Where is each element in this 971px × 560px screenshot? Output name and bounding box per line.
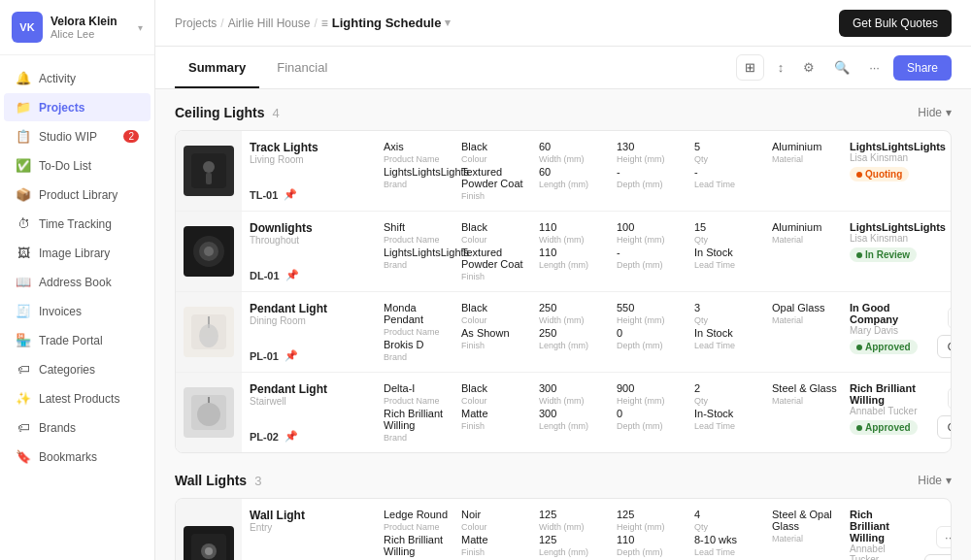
product-name-col: Track Lights Living Room TL-01 📌	[242, 131, 378, 211]
bookmarks-icon: 🔖	[16, 449, 31, 464]
tab-summary[interactable]: Summary	[175, 47, 259, 88]
sidebar-item-studio-wip[interactable]: 📋 Studio WIP 2	[4, 122, 151, 150]
status-badge: Quoting	[850, 167, 909, 181]
product-image	[176, 131, 242, 211]
time-tracking-icon: ⏱	[16, 216, 31, 231]
sidebar-item-image-library[interactable]: 🖼 Image Library	[4, 239, 151, 267]
sidebar-item-label: Time Tracking	[39, 217, 112, 231]
product-image	[176, 292, 242, 372]
product-spec-colour: Black Colour As Shown Finish	[455, 292, 533, 372]
sidebar-item-bookmarks[interactable]: 🔖 Bookmarks	[4, 443, 151, 471]
breadcrumb-projects[interactable]: Projects	[175, 16, 217, 30]
product-location: Throughout	[250, 235, 370, 246]
filter-button[interactable]: ⚙	[797, 55, 820, 80]
more-options-button[interactable]: ···	[863, 55, 886, 80]
sidebar-item-projects[interactable]: 📁 Projects	[4, 93, 151, 121]
sort-button[interactable]: ↕	[772, 55, 790, 80]
ceiling-lights-table: Track Lights Living Room TL-01 📌 Axis Pr…	[175, 130, 952, 453]
svg-rect-2	[206, 173, 212, 184]
sidebar-item-address-book[interactable]: 📖 Address Book	[4, 268, 151, 296]
chevron-up-icon: ▾	[946, 474, 952, 487]
sidebar-item-label: To-Do List	[39, 159, 91, 173]
quote-button[interactable]: Quote	[937, 415, 952, 439]
sidebar-item-latest-products[interactable]: ✨ Latest Products	[4, 384, 151, 412]
share-button[interactable]: Share	[893, 55, 952, 81]
spec-label-qty: Qty	[694, 154, 760, 164]
table-row: Wall Light Entry WL-01 📌 Ledge Round Pro…	[176, 499, 951, 560]
sidebar-item-label: Activity	[39, 72, 76, 85]
ceiling-lights-hide[interactable]: Hide ▾	[918, 106, 952, 119]
sidebar-item-label: Trade Portal	[39, 334, 103, 347]
breadcrumb-current[interactable]: ≡ Lighting Schedule ▾	[321, 16, 452, 30]
breadcrumb-sep-1: /	[220, 16, 223, 30]
product-image	[176, 499, 242, 560]
product-spec-colour: Black Colour Textured Powder Coat Finish	[455, 131, 533, 211]
spec-value: Axis	[384, 141, 450, 152]
spec-height: 130	[617, 141, 683, 152]
sidebar-item-invoices[interactable]: 🧾 Invoices	[4, 297, 151, 325]
product-spec-name: Axis Product Name LightsLightsLights Bra…	[378, 131, 455, 211]
sidebar-item-brands[interactable]: 🏷 Brands	[4, 413, 151, 442]
sidebar-item-label: Projects	[39, 101, 84, 115]
supplier-contact: Lisa Kinsman	[850, 152, 946, 163]
breadcrumb-airlie[interactable]: Airlie Hill House	[228, 16, 311, 30]
sidebar-header[interactable]: VK Velora Klein Alice Lee ▾	[0, 0, 154, 55]
sidebar-item-label: Brands	[39, 421, 76, 435]
sidebar-item-label: Invoices	[39, 305, 82, 318]
product-name: Track Lights	[250, 141, 370, 154]
spec-label-finish: Finish	[461, 191, 527, 201]
spec-label: Product Name	[384, 154, 450, 164]
main-content: Projects / Airlie Hill House / ≡ Lightin…	[155, 0, 971, 560]
invoices-icon: 🧾	[16, 304, 31, 318]
sidebar-item-product-library[interactable]: 📦 Product Library	[4, 181, 151, 209]
breadcrumb: Projects / Airlie Hill House / ≡ Lightin…	[175, 16, 451, 30]
table-view-button[interactable]: ⊞	[736, 54, 764, 81]
pin-icon[interactable]: 📌	[285, 349, 298, 362]
more-button[interactable]: ···	[948, 387, 952, 410]
product-spec-dims2: 100 Height (mm) - Depth (mm)	[611, 212, 688, 291]
wall-lights-count: 3	[254, 474, 261, 488]
tab-financial[interactable]: Financial	[263, 47, 341, 88]
sidebar-item-categories[interactable]: 🏷 Categories	[4, 355, 151, 383]
product-supplier: Rich Brilliant Willing Annabel Tucker Ap…	[844, 373, 923, 452]
sidebar-item-time-tracking[interactable]: ⏱ Time Tracking	[4, 210, 151, 238]
bulk-quote-button[interactable]: Get Bulk Quotes	[839, 10, 952, 37]
user-sub: Alice Lee	[50, 28, 130, 40]
sidebar-item-label: Studio WIP	[39, 130, 97, 144]
product-name-col: Pendant Light Dining Room PL-01 📌	[242, 292, 378, 372]
pin-icon[interactable]: 📌	[284, 188, 297, 201]
sidebar-item-label: Product Library	[39, 188, 117, 202]
projects-icon: 📁	[16, 100, 31, 115]
search-button[interactable]: 🔍	[828, 55, 855, 80]
sidebar: VK Velora Klein Alice Lee ▾ 🔔 Activity 📁…	[0, 0, 155, 560]
more-button[interactable]: ···	[948, 307, 952, 329]
svg-point-11	[197, 403, 220, 426]
table-row: Track Lights Living Room TL-01 📌 Axis Pr…	[176, 131, 951, 212]
more-button[interactable]: ···	[936, 526, 952, 548]
spec-label-lead: Lead Time	[694, 180, 760, 189]
product-name-col: Pendant Light Stairwell PL-02 📌	[242, 373, 378, 452]
sidebar-item-trade-portal[interactable]: 🏪 Trade Portal	[4, 326, 151, 354]
categories-icon: 🏷	[16, 362, 31, 377]
sidebar-item-todo[interactable]: ✅ To-Do List	[4, 151, 151, 180]
tabs-actions: ⊞ ↕ ⚙ 🔍 ··· Share	[736, 54, 952, 81]
pin-icon[interactable]: 📌	[285, 430, 298, 443]
table-row: Pendant Light Stairwell PL-02 📌 Delta-I …	[176, 373, 951, 452]
wall-lights-hide[interactable]: Hide ▾	[918, 474, 952, 487]
schedule-icon: ≡	[321, 16, 328, 30]
svg-point-8	[199, 324, 218, 347]
brands-icon: 🏷	[16, 420, 31, 435]
row-actions: ··· Quote	[923, 292, 952, 372]
product-name: Downlights	[250, 221, 370, 235]
latest-products-icon: ✨	[16, 391, 31, 406]
wall-lights-header: Wall Lights 3 Hide ▾	[175, 473, 952, 488]
product-supplier: Rich Brilliant Willing Annabel Tucker In…	[844, 499, 911, 560]
product-spec-material: Aluminium Material	[766, 131, 844, 211]
quote-button[interactable]: Quote	[924, 554, 952, 561]
chevron-down-icon: ▾	[445, 16, 451, 29]
status-badge: Approved	[850, 420, 918, 435]
product-name-col: Wall Light Entry WL-01 📌	[242, 499, 378, 560]
sidebar-item-activity[interactable]: 🔔 Activity	[4, 64, 151, 92]
pin-icon[interactable]: 📌	[285, 269, 299, 281]
quote-button[interactable]: Quote	[937, 335, 952, 358]
